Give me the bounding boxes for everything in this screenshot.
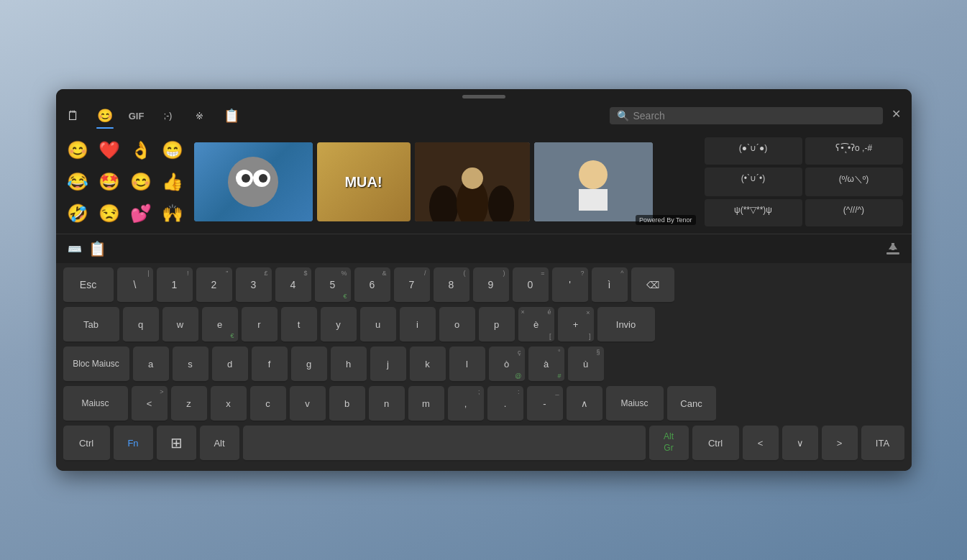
- key-win[interactable]: ⊞: [157, 426, 196, 462]
- emoji-cell[interactable]: ❤️: [95, 136, 124, 165]
- kaomoji-item-4[interactable]: (º/ω＼º): [805, 167, 903, 197]
- key-alt-left[interactable]: Alt: [200, 426, 239, 462]
- key-p[interactable]: p: [479, 307, 515, 343]
- key-space[interactable]: [243, 426, 646, 462]
- tab-gif[interactable]: GIF: [125, 104, 148, 127]
- key-caps[interactable]: Bloc Maiusc: [63, 346, 129, 382]
- key-z[interactable]: z: [171, 386, 207, 422]
- kaomoji-item-2[interactable]: ʕ•͡˛•ʔo ,-#: [805, 137, 903, 165]
- key-b[interactable]: b: [329, 386, 365, 422]
- key-3[interactable]: £3: [236, 267, 272, 303]
- tab-clipboard[interactable]: 📋: [220, 104, 243, 127]
- key-8[interactable]: (8: [434, 267, 469, 303]
- key-2[interactable]: "2: [196, 267, 232, 303]
- key-6[interactable]: &6: [354, 267, 390, 303]
- key-canc[interactable]: Canc: [667, 386, 716, 422]
- emoji-cell[interactable]: 💕: [127, 199, 155, 228]
- key-5[interactable]: %5€: [315, 267, 351, 303]
- key-c[interactable]: c: [250, 386, 286, 422]
- key-l[interactable]: l: [449, 346, 485, 382]
- key-d[interactable]: d: [212, 346, 248, 382]
- key-backslash[interactable]: |\: [117, 267, 153, 303]
- emoji-cell[interactable]: 😒: [95, 199, 124, 228]
- key-alt-gr[interactable]: AltGr: [649, 426, 689, 462]
- key-ctrl-left[interactable]: Ctrl: [63, 426, 110, 462]
- key-down[interactable]: ∨: [782, 426, 818, 462]
- key-s[interactable]: s: [173, 346, 208, 382]
- key-e[interactable]: €e: [202, 307, 238, 343]
- key-t[interactable]: t: [281, 307, 317, 343]
- kaomoji-item-6[interactable]: (^///^): [805, 199, 903, 226]
- emoji-cell[interactable]: 🤩: [95, 167, 124, 196]
- emoji-cell[interactable]: 😁: [158, 136, 187, 165]
- key-left[interactable]: <: [743, 426, 779, 462]
- key-v[interactable]: v: [290, 386, 326, 422]
- key-invio[interactable]: Invio: [597, 307, 655, 343]
- key-plus[interactable]: ×+]: [558, 307, 594, 343]
- key-m[interactable]: m: [408, 386, 444, 422]
- key-1[interactable]: !1: [157, 267, 193, 303]
- key-grave[interactable]: ^ì: [592, 267, 628, 303]
- key-shift-right[interactable]: Maiusc: [606, 386, 664, 422]
- key-i[interactable]: i: [400, 307, 436, 343]
- key-u-accent[interactable]: §ù: [568, 346, 604, 382]
- key-0[interactable]: =0: [513, 267, 549, 303]
- key-x[interactable]: x: [211, 386, 247, 422]
- key-up[interactable]: ∧: [567, 386, 602, 422]
- key-f[interactable]: f: [252, 346, 288, 382]
- search-input[interactable]: [633, 110, 876, 121]
- download-icon[interactable]: [881, 237, 904, 260]
- key-g[interactable]: g: [291, 346, 327, 382]
- key-ctrl-right[interactable]: Ctrl: [692, 426, 739, 462]
- kaomoji-item-1[interactable]: (●`∪´●): [705, 137, 802, 165]
- gif-item-3[interactable]: [415, 142, 530, 221]
- keyboard-layout-icon[interactable]: ⌨️: [63, 237, 86, 260]
- key-n[interactable]: n: [369, 386, 405, 422]
- tab-kaomoji[interactable]: ;-): [157, 104, 180, 127]
- key-period[interactable]: :.: [487, 386, 523, 422]
- key-j[interactable]: j: [370, 346, 406, 382]
- key-shift-left[interactable]: Maiusc: [63, 386, 128, 422]
- emoji-cell[interactable]: 👌: [127, 136, 155, 165]
- emoji-cell[interactable]: 😂: [63, 167, 92, 196]
- key-k[interactable]: k: [410, 346, 446, 382]
- key-4[interactable]: $4: [275, 267, 311, 303]
- search-box[interactable]: 🔍: [610, 107, 883, 124]
- emoji-cell[interactable]: 🤣: [63, 199, 92, 228]
- key-minus[interactable]: _-: [527, 386, 563, 422]
- emoji-cell[interactable]: 🙌: [158, 199, 187, 228]
- kaomoji-item-5[interactable]: ψ(**▽**)ψ: [705, 199, 802, 226]
- key-right[interactable]: >: [822, 426, 858, 462]
- key-esc[interactable]: Esc: [63, 267, 114, 303]
- gif-item-4[interactable]: [534, 142, 653, 221]
- key-comma[interactable]: ;,: [448, 386, 484, 422]
- key-9[interactable]: )9: [473, 267, 509, 303]
- gif-item-1[interactable]: [194, 142, 313, 221]
- key-a-accent[interactable]: °à#: [528, 346, 564, 382]
- key-7[interactable]: /7: [394, 267, 430, 303]
- emoji-cell[interactable]: 😊: [63, 136, 92, 165]
- key-ita[interactable]: ITA: [861, 426, 904, 462]
- gif-item-2[interactable]: MUA!: [317, 142, 411, 221]
- key-y[interactable]: y: [321, 307, 357, 343]
- key-fn[interactable]: Fn: [114, 426, 153, 462]
- key-h[interactable]: h: [331, 346, 367, 382]
- key-tab[interactable]: Tab: [63, 307, 119, 343]
- key-o[interactable]: o: [439, 307, 475, 343]
- drag-handle[interactable]: [56, 89, 912, 101]
- key-apostrophe[interactable]: ?': [552, 267, 588, 303]
- close-button[interactable]: ✕: [889, 106, 904, 121]
- emoji-cell[interactable]: 😊: [127, 167, 155, 196]
- tab-emoji[interactable]: 😊: [93, 104, 116, 127]
- emoji-cell[interactable]: 👍: [158, 167, 187, 196]
- kaomoji-item-3[interactable]: (•`∪´•): [705, 167, 802, 197]
- key-a[interactable]: a: [133, 346, 169, 382]
- key-backspace[interactable]: ⌫: [631, 267, 674, 303]
- tab-recent[interactable]: 🗒: [62, 104, 85, 127]
- emoji-mode-icon[interactable]: 📋: [86, 237, 109, 260]
- key-u[interactable]: u: [360, 307, 396, 343]
- key-o-accent[interactable]: çò@: [489, 346, 525, 382]
- key-less[interactable]: ><: [132, 386, 168, 422]
- key-q[interactable]: q: [123, 307, 159, 343]
- key-w[interactable]: w: [162, 307, 198, 343]
